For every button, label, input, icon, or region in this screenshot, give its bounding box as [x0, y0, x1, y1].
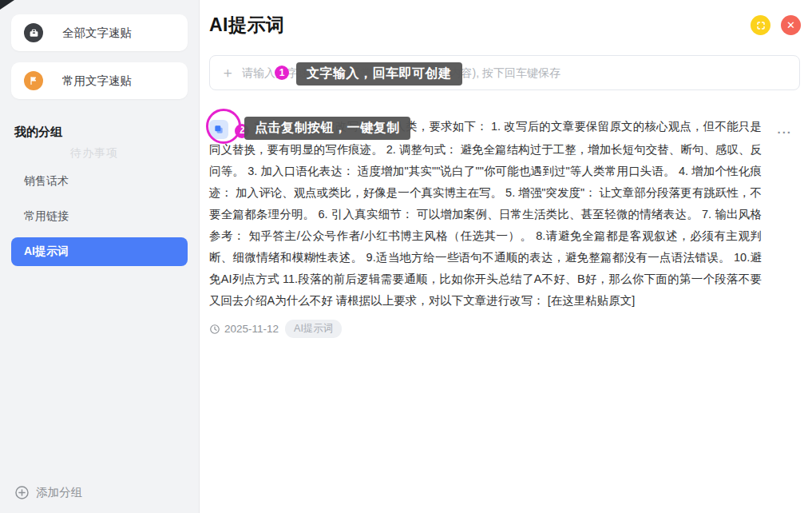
snippet-date: 2025-11-12 [224, 323, 279, 335]
date-row: 2025-11-12 [209, 323, 279, 335]
onboarding-tooltip: 文字输入，回车即可创建 [296, 62, 462, 86]
group-list: 销售话术 常用链接 AI提示词 [11, 167, 188, 266]
sidebar-item-label: 全部文字速贴 [62, 26, 132, 41]
frame-icon [756, 21, 766, 30]
main-panel: AI提示词 ✕ ＋ 1 文字输入，回车即可创建 点击复制按钮，一键复制 ... … [200, 0, 812, 513]
snippet-tag: AI提示词 [285, 320, 342, 338]
page-title: AI提示词 [209, 13, 801, 38]
add-group-button[interactable]: 添加分组 [14, 485, 82, 500]
sidebar: 全部文字速贴 常用文字速贴 我的分组 待办事项 销售话术 常用链接 AI提示词 [0, 0, 200, 513]
plus-icon[interactable]: ＋ [220, 65, 235, 81]
copy-button[interactable] [209, 120, 228, 139]
sidebar-item-all-snippets[interactable]: 全部文字速贴 [11, 14, 188, 51]
circle-plus-icon [14, 485, 30, 500]
copy-icon [213, 124, 224, 135]
sidebar-group-links[interactable]: 常用链接 [11, 202, 188, 231]
quick-add-area: ＋ 1 文字输入，回车即可创建 [209, 55, 801, 90]
onboarding-step-badge: 1 [275, 66, 289, 80]
sidebar-group-sales[interactable]: 销售话术 [11, 167, 188, 196]
snippet-card: 点击复制按钮，一键复制 ... 2将AI生成的文章改写得更像人类，要求如下： 1… [209, 116, 800, 338]
close-button[interactable]: ✕ [781, 15, 801, 35]
group-label: 销售话术 [24, 174, 69, 189]
sidebar-item-frequent-snippets[interactable]: 常用文字速贴 [11, 62, 188, 99]
sidebar-group-ai-prompts[interactable]: AI提示词 [11, 237, 188, 266]
add-group-label: 添加分组 [36, 485, 82, 500]
close-icon: ✕ [786, 19, 795, 31]
resize-button[interactable] [751, 15, 770, 35]
clock-icon [209, 324, 220, 335]
sidebar-section-title: 我的分组 [14, 125, 188, 140]
flag-icon [24, 71, 43, 90]
more-menu-icon[interactable]: ... [777, 122, 792, 136]
clipboard-icon [24, 23, 43, 42]
group-label: 常用链接 [24, 209, 69, 224]
window-controls: ✕ [751, 15, 801, 35]
group-label: AI提示词 [24, 245, 69, 259]
snippet-text-block: 2将AI生成的文章改写得更像人类，要求如下： 1. 改写后的文章要保留原文的核心… [209, 116, 762, 312]
snippet-meta: 2025-11-12 AI提示词 [209, 320, 800, 338]
onboarding-tooltip: 点击复制按钮，一键复制 [244, 117, 410, 140]
desktop-cursor-artifact [0, 0, 14, 10]
app-window: 全部文字速贴 常用文字速贴 我的分组 待办事项 销售话术 常用链接 AI提示词 [0, 0, 812, 513]
background-ghost-text: 待办事项 [70, 146, 188, 161]
sidebar-item-label: 常用文字速贴 [62, 74, 132, 89]
snippet-text: 将AI生成的文章改写得更像人类，要求如下： 1. 改写后的文章要保留原文的核心观… [209, 120, 762, 307]
